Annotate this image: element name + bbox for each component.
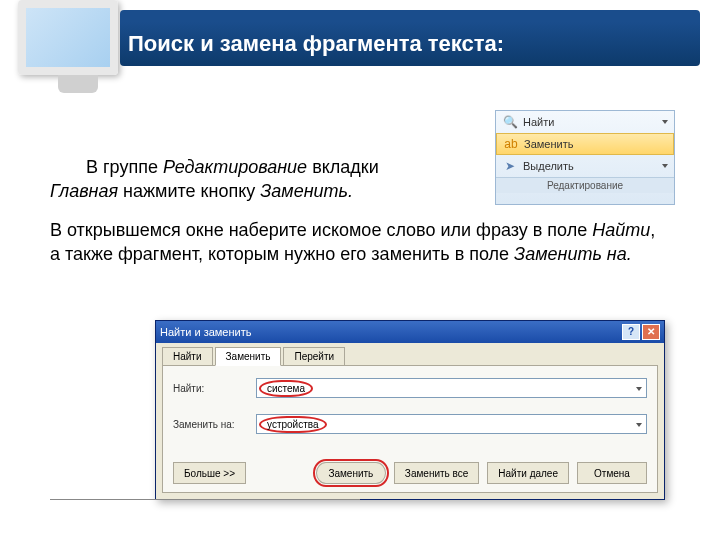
cancel-button[interactable]: Отмена	[577, 462, 647, 484]
dialog-close-button[interactable]: ✕	[642, 324, 660, 340]
dropdown-icon	[662, 120, 668, 124]
tab-goto[interactable]: Перейти	[283, 347, 345, 365]
replace-label: Заменить на:	[173, 419, 248, 430]
cursor-icon: ➤	[502, 158, 518, 174]
replace-all-button[interactable]: Заменить все	[394, 462, 479, 484]
dialog-tabs: Найти Заменить Перейти	[156, 343, 664, 365]
tab-find[interactable]: Найти	[162, 347, 213, 365]
dialog-body: Найти: система Заменить на: устройства Б…	[162, 365, 658, 493]
find-replace-dialog: Найти и заменить ? ✕ Найти Заменить Пере…	[155, 320, 665, 500]
find-next-button[interactable]: Найти далее	[487, 462, 569, 484]
dialog-help-button[interactable]: ?	[622, 324, 640, 340]
dropdown-icon[interactable]	[636, 387, 642, 391]
ribbon-find-button[interactable]: 🔍 Найти	[496, 111, 674, 133]
find-label: Найти:	[173, 383, 248, 394]
ribbon-replace-button[interactable]: ab Заменить	[496, 133, 674, 155]
ribbon-select-button[interactable]: ➤ Выделить	[496, 155, 674, 177]
replace-input[interactable]: устройства	[256, 414, 647, 434]
replace-value-highlight: устройства	[259, 416, 327, 433]
find-input[interactable]: система	[256, 378, 647, 398]
instruction-paragraph-2: В открывшемся окне наберите искомое слов…	[50, 218, 670, 267]
footer-divider	[50, 499, 360, 500]
replace-icon: ab	[503, 136, 519, 152]
dialog-title-text: Найти и заменить	[160, 326, 620, 338]
slide-title-bar: Поиск и замена фрагмента текста:	[120, 22, 700, 66]
more-button[interactable]: Больше >>	[173, 462, 246, 484]
binoculars-icon: 🔍	[502, 114, 518, 130]
find-value-highlight: система	[259, 380, 313, 397]
tab-replace[interactable]: Заменить	[215, 347, 282, 366]
replace-button[interactable]: Заменить	[316, 462, 386, 484]
instruction-paragraph-1: В группе Редактирование вкладки Главная …	[50, 155, 445, 204]
ribbon-editing-group: 🔍 Найти ab Заменить ➤ Выделить Редактиро…	[495, 110, 675, 205]
ribbon-group-caption: Редактирование	[496, 177, 674, 193]
slide-title: Поиск и замена фрагмента текста:	[128, 31, 504, 57]
dropdown-icon[interactable]	[636, 423, 642, 427]
dropdown-icon	[662, 164, 668, 168]
dialog-titlebar: Найти и заменить ? ✕	[156, 321, 664, 343]
title-bar-decor	[120, 10, 700, 22]
